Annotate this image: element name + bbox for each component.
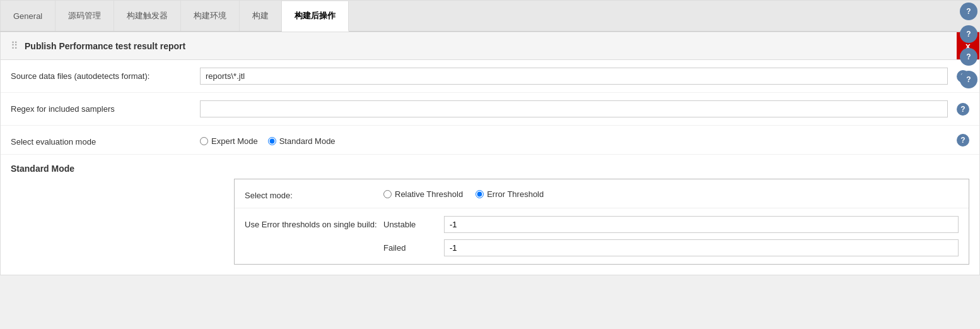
failed-label: Failed [383,243,434,253]
failed-row: Failed [383,239,959,256]
unstable-row: Unstable [383,216,959,233]
regex-help-icon[interactable]: ? [957,103,969,116]
eval-mode-help-icon[interactable]: ? [957,134,969,147]
tab-general[interactable]: General [0,1,55,31]
tab-build-env[interactable]: 构建环境 [181,1,240,31]
source-data-input[interactable] [200,68,948,85]
tab-build[interactable]: 构建 [240,1,282,31]
select-mode-label: Select mode: [245,187,383,200]
form-area: Source data files (autodetects format): … [1,60,979,265]
side-help-icon-1[interactable]: ? [960,3,977,20]
source-data-row: Source data files (autodetects format): … [1,60,979,93]
select-mode-row: Select mode: Relative Threshold Error Th… [235,179,969,208]
standard-mode-label: Standard Mode [279,136,335,146]
eval-mode-label: Select evaluation mode [11,133,200,147]
inner-box: Select mode: Relative Threshold Error Th… [234,179,969,265]
expert-mode-radio[interactable] [200,137,208,145]
threshold-fields: Unstable Failed [383,216,959,256]
threshold-radio-group-wrapper: Relative Threshold Error Threshold [383,187,959,199]
relative-threshold-option[interactable]: Relative Threshold [383,189,463,199]
tab-source-management[interactable]: 源码管理 [55,1,114,31]
tab-build-trigger[interactable]: 构建触发器 [114,1,181,31]
expert-mode-label: Expert Mode [211,136,258,146]
eval-mode-options: Expert Mode Standard Mode [200,134,948,146]
drag-handle-icon[interactable]: ⠿ [11,40,18,52]
eval-mode-radio-group: Expert Mode Standard Mode [200,134,948,146]
tab-bar: General 源码管理 构建触发器 构建环境 构建 构建后操作 [0,0,980,32]
regex-input[interactable] [200,100,948,117]
use-error-label: Use Error thresholds on single build: [245,216,383,229]
sub-field-group: Unstable Failed [383,216,959,256]
source-data-input-area [200,68,948,85]
section-header: ⠿ Publish Performance test result report… [1,32,979,60]
error-threshold-option[interactable]: Error Threshold [475,189,544,199]
main-content: ⠿ Publish Performance test result report… [0,32,980,275]
relative-threshold-radio[interactable] [383,190,392,198]
regex-label: Regex for included samplers [11,100,200,114]
standard-mode-heading: Standard Mode [1,155,979,179]
standard-mode-radio[interactable] [268,137,276,145]
expert-mode-option[interactable]: Expert Mode [200,136,258,146]
side-help-icon-4[interactable]: ? [960,71,977,88]
regex-input-area [200,100,948,117]
eval-mode-row: Select evaluation mode Expert Mode Stand… [1,126,979,155]
relative-threshold-label: Relative Threshold [395,189,463,199]
source-data-label: Source data files (autodetects format): [11,68,200,81]
use-error-row: Use Error thresholds on single build: Un… [235,208,969,264]
regex-row: Regex for included samplers ? [1,93,979,126]
error-threshold-label: Error Threshold [487,189,544,199]
side-help-icon-3[interactable]: ? [960,48,977,66]
section-title: Publish Performance test result report [25,41,185,51]
failed-input[interactable] [444,239,959,256]
error-threshold-radio[interactable] [475,190,484,198]
side-help-icon-2[interactable]: ? [960,25,977,43]
side-icons: ? ? ? ? [957,0,980,91]
unstable-input[interactable] [444,216,959,233]
unstable-label: Unstable [383,220,434,229]
standard-mode-option[interactable]: Standard Mode [268,136,335,146]
threshold-radio-group: Relative Threshold Error Threshold [383,187,959,199]
tab-post-build[interactable]: 构建后操作 [282,1,349,32]
